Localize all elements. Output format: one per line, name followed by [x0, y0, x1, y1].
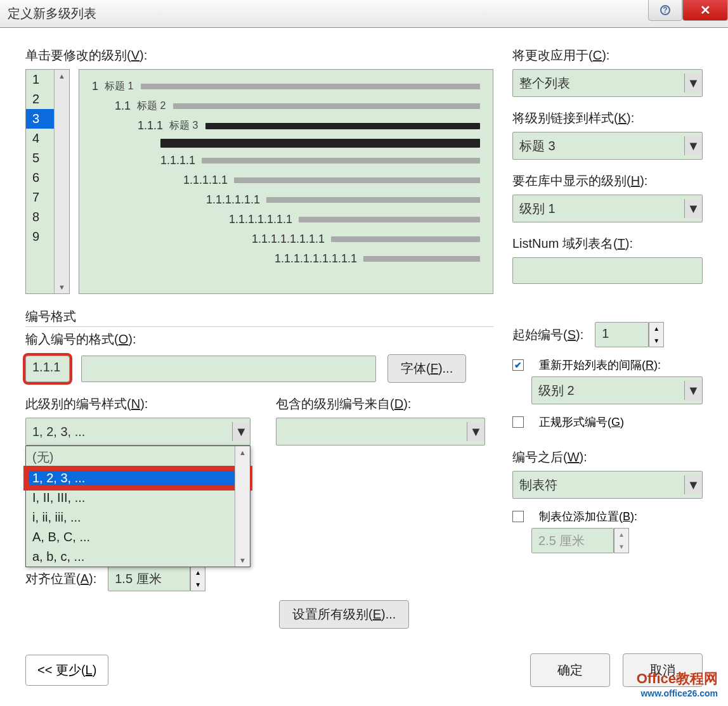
spinner-up-icon: ▲ — [614, 529, 628, 541]
number-style-option[interactable]: (无) — [26, 446, 250, 468]
start-at-spinner[interactable]: 1 ▲ ▼ — [595, 322, 664, 347]
include-from-label: 包含的级别编号来自(D): — [276, 395, 493, 413]
preview-row: 1.1.1.1.1.1.1.1 — [252, 233, 480, 246]
follow-number-label: 编号之后(W): — [512, 449, 703, 466]
input-format-label: 输入编号的格式(O): — [25, 331, 493, 348]
level-item-6[interactable]: 6 — [26, 168, 54, 188]
start-at-label: 起始编号(S): — [512, 326, 583, 343]
number-format-extra[interactable] — [81, 356, 376, 382]
legal-label: 正规形式编号(G) — [539, 414, 624, 430]
preview-row: 1标题 1 — [92, 80, 480, 93]
chevron-down-icon: ▼ — [684, 381, 702, 400]
set-all-levels-button[interactable]: 设置所有级别(E)... — [279, 600, 409, 629]
scroll-down-icon: ▼ — [239, 554, 246, 567]
preview-pane: 1标题 11.1标题 21.1.1标题 31.1.1.11.1.1.1.11.1… — [79, 69, 493, 294]
ok-button[interactable]: 确定 — [530, 653, 610, 687]
levels-listbox[interactable]: 123456789 ▲ ▼ — [25, 69, 70, 294]
tab-stop-checkbox[interactable] — [512, 511, 524, 522]
tab-stop-label: 制表位添加位置(B): — [539, 509, 637, 524]
preview-row — [160, 139, 480, 148]
number-style-option[interactable]: 1, 2, 3, ... — [26, 468, 250, 488]
chevron-down-icon: ▼ — [232, 422, 250, 441]
spinner-down-icon[interactable]: ▼ — [191, 579, 205, 591]
chevron-down-icon: ▼ — [467, 422, 484, 441]
level-item-8[interactable]: 8 — [26, 207, 54, 227]
close-icon: ✕ — [700, 3, 711, 18]
scroll-down-icon: ▼ — [58, 281, 65, 293]
less-button[interactable]: << 更少(L) — [25, 655, 108, 686]
level-list-scrollbar[interactable]: ▲ ▼ — [54, 70, 69, 293]
preview-row: 1.1标题 2 — [115, 99, 480, 113]
preview-row: 1.1.1.1.1.1 — [206, 193, 480, 207]
legal-checkbox[interactable] — [512, 416, 524, 428]
number-style-option[interactable]: a, b, c, ... — [26, 547, 250, 567]
dropdown-scrollbar[interactable]: ▲ ▼ — [235, 446, 250, 567]
level-item-2[interactable]: 2 — [26, 89, 54, 109]
restart-checkbox[interactable] — [512, 359, 524, 371]
scroll-up-icon: ▲ — [58, 70, 65, 82]
chevron-down-icon: ▼ — [684, 475, 702, 494]
level-item-4[interactable]: 4 — [26, 129, 54, 148]
chevron-down-icon: ▼ — [684, 74, 702, 93]
chevron-down-icon: ▼ — [684, 199, 702, 218]
preview-row: 1.1.1.1.1.1.1 — [229, 213, 480, 226]
number-style-select[interactable]: 1, 2, 3, ... ▼ — [25, 418, 250, 446]
level-item-1[interactable]: 1 — [26, 70, 54, 89]
preview-row: 1.1.1.1.1.1.1.1.1 — [275, 252, 480, 266]
help-icon: ? — [660, 5, 670, 15]
follow-number-select[interactable]: 制表符 ▼ — [512, 471, 703, 499]
dialog-title: 定义新多级列表 — [8, 5, 96, 22]
chevron-down-icon: ▼ — [684, 136, 702, 155]
spinner-down-icon[interactable]: ▼ — [649, 335, 663, 347]
number-style-label: 此级别的编号样式(N): — [25, 395, 250, 413]
number-format-group: 编号格式 — [25, 308, 493, 327]
number-style-option[interactable]: I, II, III, ... — [26, 488, 250, 508]
preview-row: 1.1.1.1.1 — [183, 174, 480, 187]
preview-row: 1.1.1.1 — [160, 154, 480, 167]
restart-level-select[interactable]: 级别 2 ▼ — [531, 376, 703, 404]
number-style-option[interactable]: i, ii, iii, ... — [26, 508, 250, 527]
click-level-label: 单击要修改的级别(V): — [25, 47, 493, 64]
apply-to-label: 将更改应用于(C): — [512, 47, 703, 64]
include-from-select[interactable]: ▼ — [276, 418, 485, 446]
show-level-label: 要在库中显示的级别(H): — [512, 172, 703, 189]
number-format-input[interactable]: 1.1.1 — [25, 356, 70, 382]
listnum-input[interactable] — [512, 257, 703, 284]
align-pos-spinner[interactable]: 1.5 厘米 ▲ ▼ — [108, 566, 205, 591]
level-item-5[interactable]: 5 — [26, 148, 54, 168]
cancel-button[interactable]: 取消 — [623, 653, 703, 687]
level-item-3[interactable]: 3 — [26, 109, 54, 129]
spinner-up-icon[interactable]: ▲ — [649, 323, 663, 335]
align-pos-label: 对齐位置(A): — [25, 570, 96, 587]
title-bar: 定义新多级列表 ? ✕ — [0, 0, 728, 28]
level-item-7[interactable]: 7 — [26, 188, 54, 207]
link-style-select[interactable]: 标题 3 ▼ — [512, 132, 703, 160]
scroll-up-icon: ▲ — [239, 446, 246, 459]
link-style-label: 将级别链接到样式(K): — [512, 110, 703, 127]
spinner-up-icon[interactable]: ▲ — [191, 567, 205, 579]
apply-to-select[interactable]: 整个列表 ▼ — [512, 69, 703, 97]
number-style-dropdown: (无)1, 2, 3, ...I, II, III, ...i, ii, iii… — [25, 446, 250, 567]
level-item-9[interactable]: 9 — [26, 227, 54, 247]
help-button[interactable]: ? — [648, 0, 682, 21]
close-button[interactable]: ✕ — [682, 0, 728, 21]
show-level-select[interactable]: 级别 1 ▼ — [512, 195, 703, 222]
restart-label: 重新开始列表的间隔(R): — [539, 357, 661, 373]
spinner-down-icon: ▼ — [614, 541, 628, 553]
font-button[interactable]: 字体(F)... — [387, 354, 466, 383]
number-style-option[interactable]: A, B, C, ... — [26, 527, 250, 547]
tab-stop-spinner: 2.5 厘米 ▲ ▼ — [531, 528, 703, 553]
preview-row: 1.1.1标题 3 — [138, 119, 480, 132]
listnum-label: ListNum 域列表名(T): — [512, 235, 703, 252]
